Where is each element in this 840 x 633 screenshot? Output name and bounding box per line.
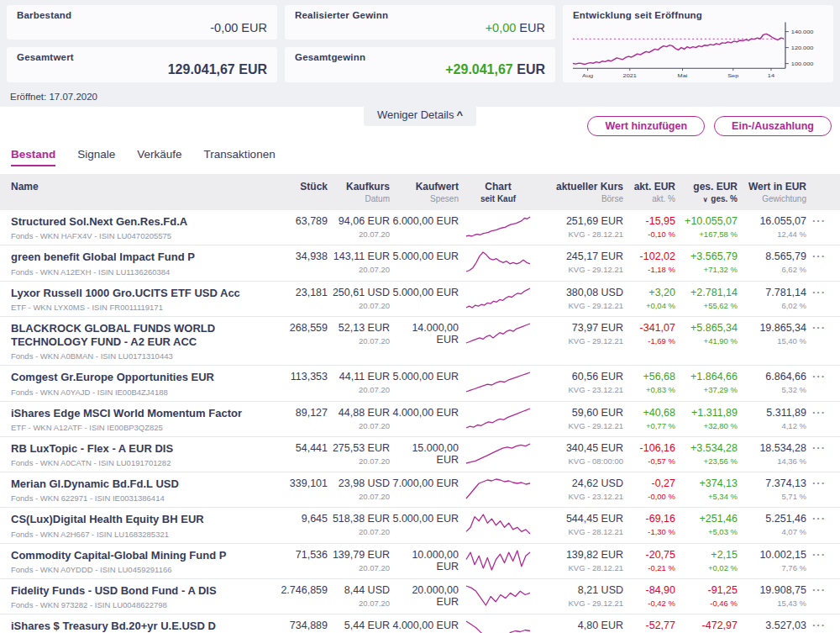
summary-card-currency: EUR — [516, 21, 545, 34]
summary-card-value: 129.041,67 EUR — [17, 62, 267, 77]
table-row[interactable]: Commodity Capital-Global Mining Fund PFo… — [0, 544, 840, 579]
total-change-pct: +32,80 % — [675, 421, 738, 430]
tab-verkäufe[interactable]: Verkäufe — [137, 148, 181, 166]
add-value-button[interactable]: Wert hinzufügen — [587, 116, 705, 136]
column-header-wert[interactable]: Wert in EURGewichtung — [738, 181, 806, 203]
purchase-price: 143,11 EUR — [328, 251, 390, 262]
row-menu-cell: ··· — [806, 322, 832, 334]
daily-change-pct: -1,18 % — [623, 265, 675, 274]
current-price: 8,21 USD — [538, 584, 623, 596]
row-menu-button[interactable]: ··· — [811, 584, 827, 596]
svg-text:2021: 2021 — [623, 72, 638, 77]
purchase-value-cell: 5.000,00 EUR — [390, 371, 459, 382]
current-price-cell: 251,69 EURKVG - 28.12.21 — [538, 215, 623, 239]
tab-signale[interactable]: Signale — [77, 148, 115, 166]
summary-cards: Barbestand-0,00 EURRealisierter Gewinn+0… — [7, 5, 833, 82]
chart-since-purchase-cell — [459, 322, 538, 347]
position-name: green benefit Global Impact Fund P — [11, 251, 281, 264]
sparkline-chart — [465, 620, 532, 633]
value-eur: 7.374,13 — [738, 477, 806, 489]
daily-change-cell: -106,16-0,57 % — [623, 442, 675, 466]
row-menu-button[interactable]: ··· — [811, 322, 827, 334]
current-price: 245,17 EUR — [538, 251, 623, 262]
daily-change-eur: -341,07 — [623, 322, 675, 334]
purchase-value-cell: 20.000,00 EUR — [390, 584, 459, 608]
row-menu-button[interactable]: ··· — [811, 477, 827, 489]
row-menu-button[interactable]: ··· — [811, 371, 827, 382]
value-eur: 5.251,46 — [738, 513, 806, 525]
row-menu-cell: ··· — [806, 287, 832, 298]
row-menu-button[interactable]: ··· — [811, 215, 827, 227]
daily-change-pct: -1,69 % — [623, 336, 675, 346]
table-row[interactable]: BLACKROCK GLOBAL FUNDS WORLD TECHNOLOGY … — [0, 317, 840, 367]
daily-change-cell: +3,20+0,04 % — [623, 287, 675, 310]
column-header-stueck[interactable]: Stück — [281, 181, 328, 194]
table-row[interactable]: Merian Gl.Dynamic Bd.Fd.L USDFonds - WKN… — [0, 472, 840, 508]
row-menu-cell: ··· — [806, 251, 832, 262]
table-row[interactable]: Lyxor Russell 1000 Gro.UCITS ETF USD Acc… — [0, 282, 840, 317]
total-change-cell: +3.534,28+23,56 % — [675, 442, 738, 466]
column-header-ges[interactable]: ges. EUR∨ ges. % — [675, 181, 738, 203]
row-menu-cell: ··· — [806, 584, 832, 596]
column-header-kurs[interactable]: aktueller KursBörse — [538, 181, 623, 203]
toggle-details-button[interactable]: Weniger Details^ — [364, 104, 476, 126]
table-row[interactable]: iShares Edge MSCI World Momentum FactorE… — [0, 402, 840, 437]
price-source: KVG - 29.12.21 — [538, 599, 623, 608]
row-menu-button[interactable]: ··· — [811, 620, 827, 631]
shares-value: 2.746,859 — [281, 584, 328, 596]
current-price-cell: 59,60 EURKVG - 29.12.21 — [538, 407, 623, 430]
daily-change-cell: -20,75-0,21 % — [623, 549, 675, 572]
current-price: 60,56 EUR — [538, 371, 623, 382]
column-header-kaufkurs[interactable]: KaufkursDatum — [328, 181, 390, 203]
daily-change-eur: -84,90 — [623, 584, 675, 596]
value-eur: 3.527,03 — [738, 620, 806, 631]
row-menu-button[interactable]: ··· — [811, 287, 827, 298]
chart-since-purchase-cell — [459, 287, 538, 312]
table-row[interactable]: green benefit Global Impact Fund PFonds … — [0, 245, 840, 281]
table-row[interactable]: iShares $ Treasury Bd.20+yr U.E.USD DETF… — [0, 615, 840, 633]
position-name: iShares $ Treasury Bd.20+yr U.E.USD D — [11, 620, 281, 633]
row-menu-button[interactable]: ··· — [811, 549, 827, 561]
daily-change-cell: -69,16-1,30 % — [623, 513, 675, 536]
total-change-cell: -91,25-0,46 % — [675, 584, 738, 608]
sparkline-chart — [465, 513, 532, 535]
column-header-kaufwert[interactable]: KaufwertSpesen — [390, 181, 459, 203]
value-eur: 5.311,89 — [738, 407, 806, 419]
deposit-withdraw-button[interactable]: Ein-/Auszahlung — [714, 116, 832, 136]
table-row[interactable]: RB LuxTopic - Flex - A EUR DISFonds - WK… — [0, 437, 840, 472]
table-body: Structured Sol.Next Gen.Res.Fd.AFonds - … — [0, 210, 840, 633]
row-menu-button[interactable]: ··· — [811, 251, 827, 262]
column-header-name[interactable]: Name — [11, 181, 281, 194]
purchase-value: 15.000,00 EUR — [390, 442, 459, 466]
value-cell: 3.527,032,73 % — [738, 620, 806, 633]
purchase-value: 5.000,00 EUR — [390, 251, 459, 262]
current-price: 380,08 USD — [538, 287, 623, 298]
price-source: KVG - 29.12.21 — [538, 421, 623, 430]
daily-change-pct: -0,10 % — [623, 229, 675, 239]
table-row[interactable]: Structured Sol.Next Gen.Res.Fd.AFonds - … — [0, 210, 840, 245]
table-row[interactable]: Comgest Gr.Europe Opportunities EURFonds… — [0, 366, 840, 401]
tab-bestand[interactable]: Bestand — [11, 148, 55, 166]
svg-text:Sep: Sep — [727, 72, 738, 78]
shares-value: 339,101 — [281, 477, 328, 489]
summary-card-label: Gesamtwert — [17, 52, 267, 62]
column-header-top: Chart — [459, 181, 538, 193]
total-change-eur: -91,25 — [675, 584, 738, 596]
tab-transaktionen[interactable]: Transaktionen — [204, 148, 276, 166]
total-change-eur: +3.565,79 — [675, 251, 738, 262]
table-row[interactable]: Fidelity Funds - USD Bond Fund - A DISFo… — [0, 579, 840, 615]
table-row[interactable]: CS(Lux)Digital Health Equity BH EURFonds… — [0, 508, 840, 543]
column-header-akt[interactable]: akt. EURakt. % — [623, 181, 675, 203]
summary-card-value: -0,00 EUR — [17, 21, 267, 34]
value-eur: 19.865,34 — [738, 322, 806, 334]
total-change-pct: +167,58 % — [675, 229, 738, 239]
value-eur: 7.781,14 — [738, 287, 806, 298]
shares-value: 23,181 — [281, 287, 328, 298]
daily-change-cell: +56,68+0,83 % — [623, 371, 675, 394]
row-menu-button[interactable]: ··· — [811, 442, 827, 454]
value-cell: 10.002,157,76 % — [738, 549, 806, 572]
value-cell: 6.864,665,32 % — [738, 371, 806, 394]
purchase-date: 20.07.20 — [328, 456, 390, 466]
row-menu-button[interactable]: ··· — [811, 407, 827, 419]
row-menu-button[interactable]: ··· — [811, 513, 827, 525]
